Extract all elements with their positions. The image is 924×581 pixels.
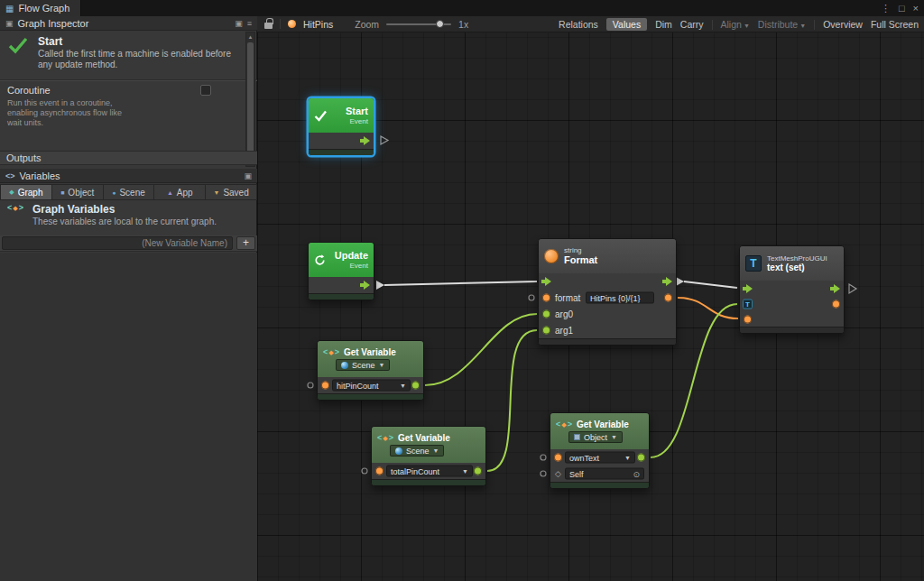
target-input-port[interactable]: T (743, 299, 753, 309)
values-button[interactable]: Values (606, 18, 647, 31)
arg0-input-port[interactable] (542, 310, 550, 318)
inspector-scrollbar[interactable]: ▲ ▼ (245, 32, 255, 167)
node-start-event[interactable]: Start Event (308, 97, 374, 156)
inspector-icon: ▣ (5, 19, 14, 28)
value-output-port[interactable] (474, 467, 482, 475)
node-get-totalpincount[interactable]: <◆> Get Variable Scene ▼ totalPinCount ▼ (371, 426, 486, 486)
object-tab-icon: ■ (60, 189, 64, 196)
node-settext[interactable]: T TextMeshProUGUI text (set) T (739, 245, 845, 334)
full-screen-button[interactable]: Full Screen (871, 19, 919, 30)
tab-scene[interactable]: ● Scene (104, 184, 155, 200)
tab-graph[interactable]: ◆ Graph (0, 184, 52, 200)
add-variable-button[interactable]: + (236, 236, 255, 250)
node-footer (740, 327, 844, 333)
owntext-input-marker[interactable] (541, 455, 546, 460)
target-picker-icon[interactable]: ⊙ (633, 469, 640, 478)
tab-object[interactable]: ■ Object (52, 184, 104, 200)
kind-label: Scene (406, 447, 430, 456)
value-input-port[interactable] (744, 315, 752, 323)
scrollbar-thumb[interactable] (247, 42, 254, 156)
dim-button[interactable]: Dim (655, 19, 672, 30)
wire-start-arrow (376, 281, 384, 290)
name-input-port[interactable] (375, 467, 383, 475)
settext-flow-output-marker[interactable] (849, 284, 856, 293)
tab-label: Scene (119, 188, 144, 198)
carry-button[interactable]: Carry (680, 19, 704, 30)
node-string-format[interactable]: string Format format HitPins {0}/{1} (538, 238, 677, 346)
string-type-icon (544, 249, 559, 263)
totalpincount-input-marker[interactable] (362, 468, 367, 474)
arg1-input-port[interactable] (542, 327, 550, 335)
variable-name-dropdown[interactable]: ownText ▼ (565, 452, 635, 464)
flow-output-port[interactable] (360, 281, 371, 290)
tab-saved[interactable]: ▼ Saved (206, 184, 257, 200)
window-menu-icon[interactable]: ⋮ (881, 3, 891, 14)
align-button[interactable]: Align▼ (721, 19, 750, 30)
graph-variables-description: These variables are local to the current… (32, 217, 217, 226)
tab-app[interactable]: ▲ App (154, 184, 206, 200)
node-footer (539, 338, 676, 345)
zoom-slider-handle[interactable] (436, 20, 444, 28)
kind-label: Scene (352, 361, 375, 370)
owntext-self-input-marker[interactable] (541, 471, 546, 476)
wire-start-arrow (676, 277, 684, 286)
value-output-port[interactable] (637, 454, 645, 462)
lock-icon[interactable] (264, 23, 273, 29)
scroll-up-icon[interactable]: ▲ (246, 32, 254, 42)
panel-menu-icon[interactable]: ≡ (247, 19, 252, 28)
close-icon[interactable]: × (913, 3, 919, 14)
textmeshpro-icon: T (745, 255, 762, 272)
tab-label: Graph (18, 188, 43, 198)
divider (0, 79, 257, 81)
result-output-port[interactable] (664, 294, 672, 302)
node-footer (372, 479, 485, 485)
flow-graph-window: ▦ Flow Graph ⋮ □ × ▣ Graph Inspector ▣ ≡… (0, 0, 924, 581)
self-target-field[interactable]: Self ⊙ (565, 468, 644, 480)
variable-icon: <◆> (377, 434, 393, 442)
variable-name-dropdown[interactable]: totalPinCount ▼ (386, 466, 473, 477)
flow-row (740, 281, 844, 296)
value-output-port[interactable] (411, 382, 420, 390)
flow-output-port[interactable] (662, 277, 673, 286)
graph-name-breadcrumb[interactable]: HitPins (303, 19, 333, 30)
node-type-label: TextMeshProUGUI (767, 254, 827, 263)
node-get-hitpincount[interactable]: <◆> Get Variable Scene ▼ hitPinCount ▼ (317, 340, 424, 401)
flow-output-port[interactable] (360, 136, 371, 145)
variable-kind-dropdown[interactable]: Object ▼ (568, 431, 623, 443)
flow-graph-tab[interactable]: ▦ Flow Graph (0, 0, 81, 16)
app-tab-icon: ▲ (167, 189, 173, 196)
node-get-owntext[interactable]: <◆> Get Variable Object ▼ ownText ▼ (550, 412, 650, 489)
format-value-field[interactable]: HitPins {0}/{1} (586, 292, 654, 304)
check-icon (314, 110, 328, 122)
wire-totalpincount-to-arg1 (487, 330, 537, 471)
value-output-port[interactable] (832, 300, 840, 308)
graph-canvas[interactable]: HitPins Zoom 1x Relations Values Dim Car… (257, 16, 924, 581)
graph-inspector-title: Graph Inspector (18, 18, 89, 29)
variable-name-dropdown[interactable]: hitPinCount ▼ (332, 380, 411, 392)
format-input-port[interactable] (542, 294, 550, 302)
overview-button[interactable]: Overview (823, 19, 863, 30)
name-input-port[interactable] (554, 454, 562, 462)
node-update-event[interactable]: Update Event (308, 242, 374, 300)
variable-kind-dropdown[interactable]: Scene ▼ (336, 359, 390, 371)
maximize-icon[interactable]: □ (899, 3, 905, 14)
flow-input-port[interactable] (541, 277, 552, 286)
distribute-button[interactable]: Distribute▼ (758, 19, 806, 30)
flow-output-port[interactable] (830, 284, 841, 293)
dock-icon[interactable]: ▣ (235, 19, 243, 28)
variable-icon: <◆> (323, 348, 339, 356)
coroutine-checkbox[interactable] (200, 85, 211, 96)
node-title: Get Variable (344, 347, 396, 357)
name-input-port[interactable] (321, 382, 329, 390)
variable-kind-dropdown[interactable]: Scene ▼ (390, 445, 444, 456)
variables-dock-icon[interactable]: ▣ (244, 171, 252, 180)
new-variable-input[interactable] (2, 236, 233, 250)
window-titlebar: ▦ Flow Graph ⋮ □ × (0, 0, 924, 16)
relations-button[interactable]: Relations (559, 19, 598, 30)
flow-input-port[interactable] (743, 284, 753, 293)
start-flow-output-marker[interactable] (381, 136, 388, 144)
format-input-marker[interactable] (529, 295, 534, 300)
zoom-slider[interactable] (386, 23, 451, 25)
chevron-down-icon: ▼ (433, 447, 439, 454)
hitpincount-input-marker[interactable] (308, 383, 313, 388)
